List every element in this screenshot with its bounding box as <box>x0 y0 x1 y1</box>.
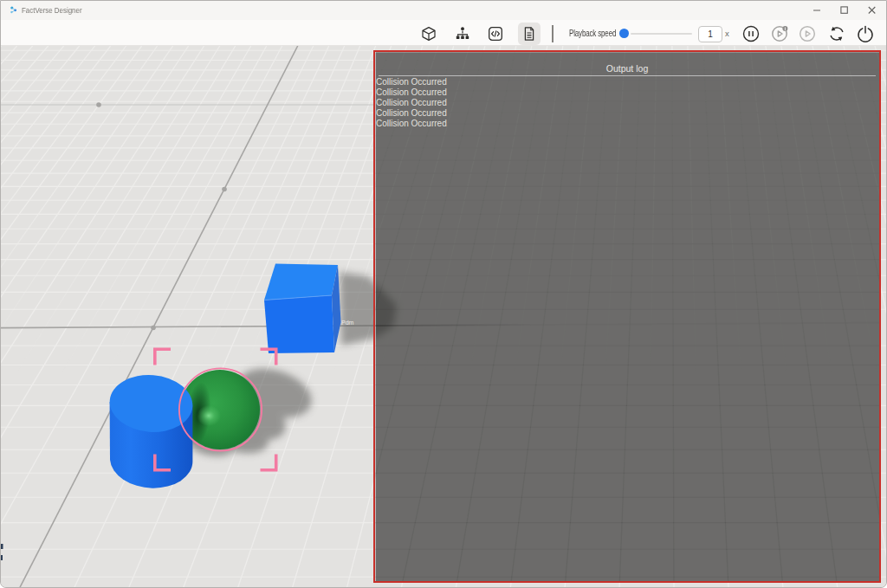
svg-text:Pdm: Pdm <box>341 320 354 326</box>
